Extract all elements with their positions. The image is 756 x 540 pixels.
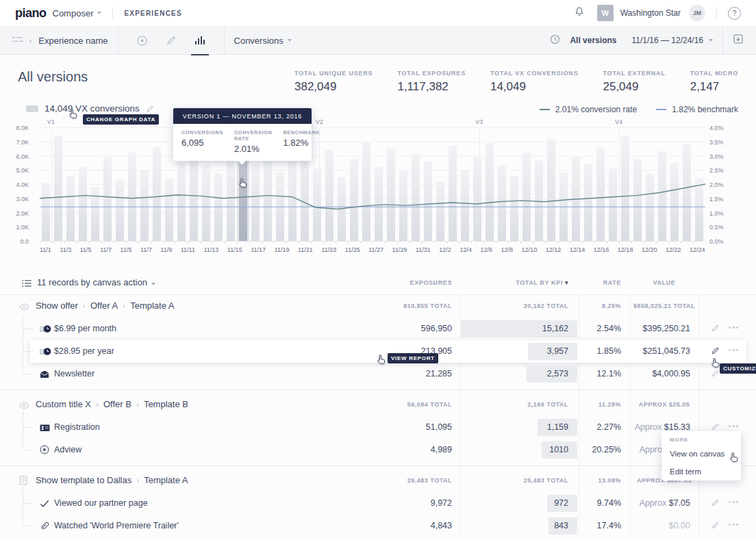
col-value[interactable]: VALUE: [630, 279, 698, 286]
col-rate[interactable]: RATE: [603, 279, 621, 286]
analytics-tab[interactable]: [186, 26, 214, 55]
more-icon[interactable]: [729, 349, 738, 351]
breadcrumb[interactable]: Experience name: [38, 36, 108, 46]
help-icon[interactable]: ?: [728, 7, 741, 20]
chevron-down-icon[interactable]: [97, 12, 101, 14]
row-exposures: 9,972: [431, 498, 452, 508]
row-label: Registration: [54, 422, 100, 432]
more-icon[interactable]: [729, 425, 738, 427]
hand-cursor: [68, 108, 79, 119]
table-row[interactable]: $6.99 per month596,95015,1622.54%$395,25…: [0, 318, 756, 340]
summary-stats: TOTAL UNIQUE USERS382,049 TOTAL EXPOSURE…: [294, 70, 738, 94]
legend-benchmark: 1.82% benchmark: [656, 105, 738, 114]
idcard-icon: [40, 422, 50, 435]
product-name: Composer: [53, 8, 94, 18]
chevron-down-icon: [709, 39, 713, 42]
row-value: Approx $15.33: [635, 422, 690, 432]
more-icon[interactable]: [729, 326, 738, 329]
stat-unique-users: TOTAL UNIQUE USERS382,049: [294, 70, 373, 94]
change-graph-data-tooltip: CHANGE GRAPH DATA: [83, 114, 159, 125]
edit-icon[interactable]: [711, 346, 720, 358]
versions-filter[interactable]: All versions: [570, 36, 616, 45]
menu-edit-term[interactable]: Edit term: [662, 463, 741, 480]
row-exposures: 21,285: [426, 369, 452, 378]
play-icon: [40, 445, 49, 457]
group-header-row[interactable]: Show offer›Offer A›Template A810,855 TOT…: [0, 294, 756, 318]
row-rate: 17.4%: [597, 521, 621, 530]
term-icon: [40, 346, 51, 359]
version-label: V3: [475, 118, 483, 125]
org-avatar[interactable]: W: [597, 5, 614, 21]
chart-metric[interactable]: 14,049 VX conversions: [26, 103, 154, 114]
row-kpi: 3,957: [547, 346, 568, 356]
stat-micro: TOTAL MICRO2,147: [690, 70, 738, 94]
target-tab[interactable]: [128, 26, 157, 55]
row-value: $395,250.21: [642, 324, 690, 333]
tooltip-title: VERSION 1 — NOVEMBER 13, 2016: [173, 108, 312, 124]
doc-icon: [19, 476, 27, 488]
edit-tab[interactable]: [157, 26, 186, 55]
divider: [716, 8, 717, 18]
divider: [118, 26, 118, 55]
edit-icon[interactable]: [711, 368, 720, 381]
row-exposures: 4,989: [431, 445, 452, 454]
group-header-row[interactable]: Custom title X›Offer B›Template B56,094 …: [0, 393, 756, 416]
customize-tooltip: CUSTOMIZE: [720, 363, 756, 374]
col-exposures[interactable]: EXPOSURES: [410, 279, 452, 286]
edit-metric-icon[interactable]: [146, 105, 154, 113]
table-row[interactable]: Watched 'World Premiere Trailer'4,843843…: [0, 515, 756, 537]
mail-icon: [40, 369, 49, 381]
bell-icon[interactable]: [574, 6, 585, 20]
row-value: $0.00: [669, 521, 690, 530]
hand-cursor: [729, 452, 740, 463]
table-row[interactable]: Adview4,989101020.25%Approx $7.05: [0, 439, 756, 461]
export-icon[interactable]: [733, 34, 744, 47]
edit-icon[interactable]: [711, 520, 720, 532]
x-axis-labels: 11/111/311/511/711/511/711/911/1111/1311…: [40, 246, 705, 253]
row-kpi: 2,573: [547, 369, 568, 378]
row-rate: 2.54%: [597, 324, 621, 333]
row-rate: 20.25%: [592, 445, 621, 454]
hand-cursor: [710, 357, 721, 368]
y-axis-right: 4.0%3.5%3.0%2.5%2.0%1.5%1.0%0.5%0.0%: [709, 127, 744, 241]
table-row[interactable]: Registration51,0951,1592.27%Approx $15.3…: [0, 416, 756, 439]
chart-plot[interactable]: V1V2V3V4: [40, 127, 705, 241]
more-icon[interactable]: [729, 524, 738, 526]
edit-icon[interactable]: [711, 498, 720, 510]
records-count[interactable]: 11 records by canvas action: [37, 277, 155, 287]
row-kpi: 15,162: [542, 324, 568, 333]
row-rate: 2.27%: [597, 422, 621, 432]
row-kpi: 1010: [549, 445, 568, 454]
edit-icon[interactable]: [711, 323, 720, 335]
org-name[interactable]: Washington Star: [620, 8, 681, 18]
row-label: Adview: [54, 445, 81, 454]
row-label: Viewed our partner page: [54, 498, 148, 508]
version-label: V2: [316, 118, 323, 125]
row-rate: 12.1%: [597, 369, 621, 378]
table-group: Show offer›Offer A›Template A810,855 TOT…: [0, 294, 756, 385]
canvas-list-icon[interactable]: [12, 34, 23, 47]
report-type-select[interactable]: Conversions: [234, 36, 284, 46]
row-kpi: 972: [554, 498, 568, 508]
group-header-row[interactable]: Show template to Dallas›Template A29,483…: [0, 469, 756, 492]
eye-icon: [19, 301, 29, 313]
piano-logo: piano: [15, 6, 47, 21]
col-total-by-kpi[interactable]: TOTAL BY KPI ▾: [516, 279, 568, 286]
table-row[interactable]: Newsletter21,2852,57312.1%$4,000.95: [0, 363, 756, 385]
row-rate: 1.85%: [597, 346, 621, 356]
table-body: Show offer›Offer A›Template A810,855 TOT…: [0, 294, 756, 537]
tooltip-benchmark: BENCHMARK1.82%: [283, 129, 320, 154]
row-rate: 9.74%: [597, 498, 621, 508]
more-icon[interactable]: [729, 501, 738, 503]
chevron-down-icon: [151, 283, 155, 285]
row-kpi: 843: [554, 521, 568, 530]
nav-experiences[interactable]: EXPERIENCES: [124, 10, 181, 17]
table-header: 11 records by canvas action EXPOSURES TO…: [0, 272, 756, 294]
date-range[interactable]: 11/1/16 — 12/24/16: [631, 36, 703, 45]
page-title: All versions: [18, 69, 88, 85]
row-label: $6.99 per month: [54, 324, 116, 333]
table-row[interactable]: Viewed our partner page9,9729729.74%Appr…: [0, 492, 756, 515]
row-exposures: 4,843: [431, 521, 452, 530]
check-icon: [40, 498, 49, 511]
user-avatar[interactable]: JM: [689, 5, 705, 21]
